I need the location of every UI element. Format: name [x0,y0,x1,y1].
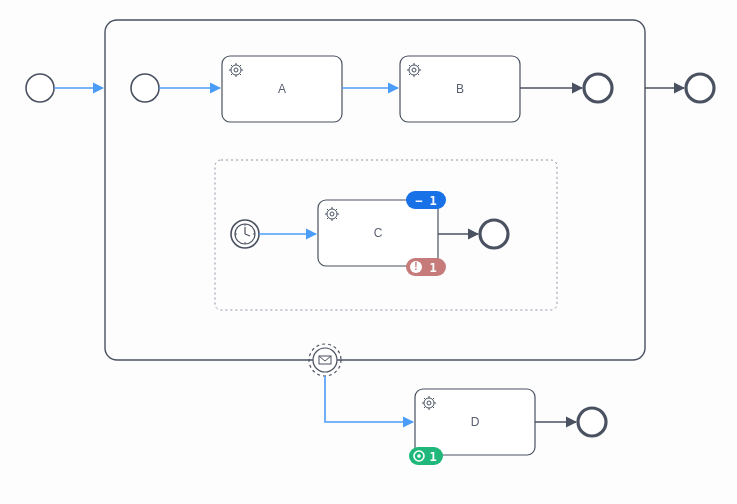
start-event-inner[interactable] [131,74,159,102]
svg-point-33 [417,454,421,458]
task-a-label: A [278,82,286,96]
flow-msg-to-d [325,376,413,422]
expanded-subprocess[interactable] [105,20,645,360]
svg-text:1: 1 [429,261,436,275]
task-c-label: C [374,226,383,240]
end-event-inner[interactable] [584,74,612,102]
start-event-outer[interactable] [26,74,54,102]
svg-text:!: ! [414,261,417,272]
incidents-badge: ! 1 [406,258,446,276]
timer-start-event[interactable] [231,220,259,248]
svg-text:1: 1 [429,450,436,464]
end-event-c[interactable] [480,220,508,248]
task-b-label: B [456,82,464,96]
task-a[interactable]: A [222,56,342,122]
active-badge: 1 [409,447,443,465]
svg-text:− 1: − 1 [415,194,437,208]
end-event-d[interactable] [578,408,606,436]
end-event-outer[interactable] [686,74,714,102]
instances-badge: − 1 [406,191,446,209]
task-c[interactable]: C [318,200,438,266]
task-d[interactable]: D [415,389,535,455]
task-b[interactable]: B [400,56,520,122]
task-d-label: D [471,415,480,429]
message-boundary-event[interactable] [309,344,341,376]
bpmn-diagram: A B C − 1 ! 1 [0,0,737,504]
